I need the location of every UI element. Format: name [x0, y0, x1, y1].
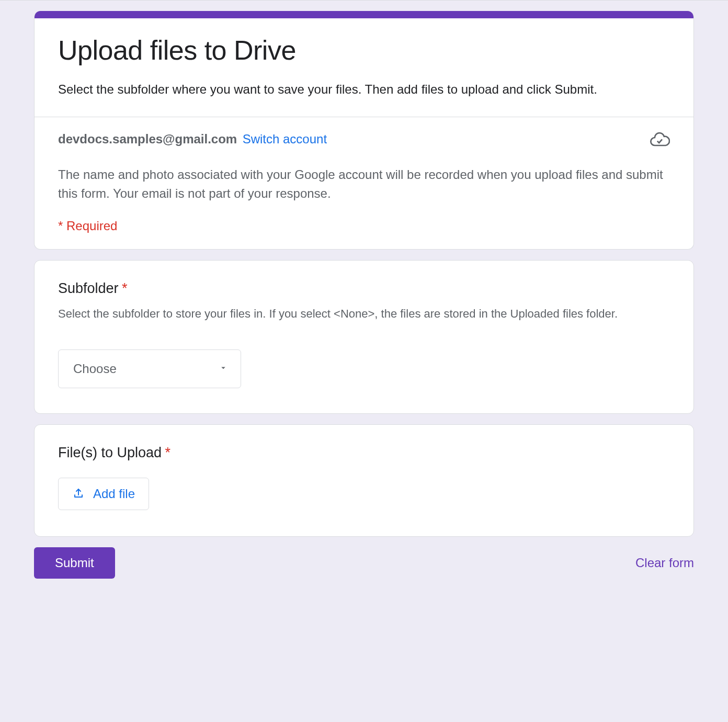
switch-account-link[interactable]: Switch account	[243, 132, 327, 146]
account-email: devdocs.samples@gmail.com	[58, 132, 237, 146]
required-star: *	[165, 445, 171, 460]
add-file-label: Add file	[93, 487, 135, 501]
subfolder-title: Subfolder	[58, 280, 119, 297]
form-container: Upload files to Drive Select the subfold…	[34, 11, 694, 579]
account-note: The name and photo associated with your …	[58, 165, 670, 203]
upload-title: File(s) to Upload	[58, 445, 162, 461]
account-row: devdocs.samples@gmail.com Switch account	[58, 132, 670, 151]
question-subfolder: Subfolder * Select the subfolder to stor…	[34, 260, 694, 414]
chevron-down-icon	[219, 363, 228, 375]
submit-button[interactable]: Submit	[34, 547, 115, 579]
form-title: Upload files to Drive	[58, 34, 670, 66]
dropdown-label: Choose	[73, 362, 117, 376]
header-card: Upload files to Drive Select the subfold…	[34, 11, 694, 250]
upload-icon	[72, 487, 85, 501]
account-text: devdocs.samples@gmail.com Switch account	[58, 132, 649, 146]
footer-row: Submit Clear form	[34, 547, 694, 579]
account-section: devdocs.samples@gmail.com Switch account…	[35, 117, 693, 249]
question-title-row: File(s) to Upload *	[58, 445, 670, 461]
header-content: Upload files to Drive Select the subfold…	[35, 18, 693, 117]
form-description: Select the subfolder where you want to s…	[58, 80, 670, 99]
question-file-upload: File(s) to Upload * Add file	[34, 424, 694, 537]
add-file-button[interactable]: Add file	[58, 478, 149, 510]
cloud-done-icon	[649, 130, 670, 151]
question-title-row: Subfolder *	[58, 280, 670, 297]
subfolder-help: Select the subfolder to store your files…	[58, 305, 670, 322]
clear-form-link[interactable]: Clear form	[635, 556, 694, 570]
required-star: *	[122, 280, 128, 296]
required-indicator: * Required	[58, 219, 670, 233]
subfolder-dropdown[interactable]: Choose	[58, 349, 241, 388]
accent-bar	[35, 11, 693, 18]
